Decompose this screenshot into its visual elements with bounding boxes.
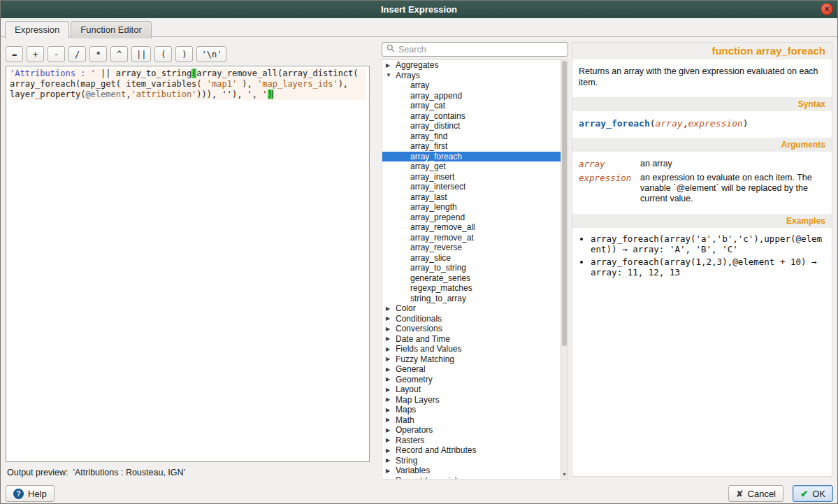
operator-button-divide[interactable]: / [68, 46, 86, 62]
scroll-down-arrow-icon[interactable]: ▼ [561, 470, 568, 479]
syntax-argument: array [656, 118, 683, 129]
tree-item-array-find[interactable]: array_find [382, 131, 561, 142]
tree-group-rasters[interactable]: ▶Rasters [382, 435, 561, 446]
tree-group-date-and-time[interactable]: ▶Date and Time [382, 334, 561, 345]
arguments-header: Arguments [572, 138, 832, 152]
tree-item-array-length[interactable]: array_length [382, 202, 561, 213]
tree-group-label: Variables [396, 466, 430, 475]
tree-group-label: Rasters [396, 435, 424, 445]
argument-description: an array [640, 159, 825, 169]
operator-button-equal[interactable]: = [6, 46, 23, 62]
tree-item-array-reverse[interactable]: array_reverse [382, 243, 561, 253]
argument-description: an expression to evaluate on each item. … [640, 173, 825, 204]
operator-button-concat[interactable]: || [131, 46, 151, 62]
function-tree: ▶Aggregates▼Arraysarrayarray_appendarray… [382, 59, 561, 480]
expression-token: ))), [196, 89, 222, 99]
tree-item-array-contains[interactable]: array_contains [382, 111, 561, 122]
tree-group-map-layers[interactable]: ▶Map Layers [382, 395, 561, 405]
operator-button-plus[interactable]: + [27, 46, 44, 62]
chevron-right-icon: ▶ [386, 336, 396, 342]
tree-scrollbar[interactable]: ▼ [561, 59, 568, 480]
tab-function-editor[interactable]: Function Editor [71, 21, 151, 38]
operator-toolbar: =+-/*^||()'\n' [6, 46, 226, 62]
tree-item-array-distinct[interactable]: array_distinct [382, 121, 561, 131]
tree-group-arrays[interactable]: ▼Arrays [382, 71, 561, 81]
tree-item-array-last[interactable]: array_last [382, 192, 561, 203]
syntax-function-name: array_foreach [579, 118, 650, 129]
chevron-right-icon: ▶ [386, 326, 396, 332]
output-preview: Output preview:'Attributions : Rousteau,… [7, 468, 185, 477]
operator-button-minus[interactable]: - [48, 46, 65, 62]
examples-list: array_foreach(array('a','b','c'),upper(@… [591, 233, 826, 278]
tree-item-regexp-matches[interactable]: regexp_matches [382, 283, 561, 294]
tree-item-array-prepend[interactable]: array_prepend [382, 213, 561, 223]
expression-token: array_foreach(map_get( item_variables( [10, 79, 207, 89]
scrollbar-thumb[interactable] [562, 61, 567, 346]
tree-item-array-intersect[interactable]: array_intersect [382, 182, 561, 192]
chevron-right-icon: ▶ [386, 62, 396, 69]
close-button[interactable]: × [821, 3, 833, 15]
tree-group-color[interactable]: ▶Color [382, 303, 561, 314]
examples-header: Examples [572, 214, 832, 228]
tree-group-aggregates[interactable]: ▶Aggregates [382, 60, 561, 71]
chevron-right-icon: ▶ [386, 376, 396, 382]
tree-item-array-remove-all[interactable]: array_remove_all [382, 222, 561, 233]
tree-group-label: Fields and Values [396, 344, 462, 354]
operator-button-newline[interactable]: '\n' [196, 46, 226, 62]
tree-group-variables[interactable]: ▶Variables [382, 466, 561, 476]
argument-name: expression [579, 173, 640, 204]
tree-item-array-append[interactable]: array_append [382, 91, 561, 101]
tree-group-recent-generic[interactable]: ▼Recent (generic) [382, 476, 561, 480]
tree-item-array[interactable]: array [382, 80, 561, 91]
expression-editor[interactable]: 'Attributions : ' || array_to_string(arr… [6, 66, 370, 462]
tree-group-label: Math [396, 415, 414, 425]
syntax-argument: expression [688, 118, 743, 129]
tree-item-array-first[interactable]: array_first [382, 141, 561, 152]
tree-group-record-and-attributes[interactable]: ▶Record and Attributes [382, 445, 561, 456]
expression-token: 'attribution' [131, 89, 196, 99]
tree-group-fields-and-values[interactable]: ▶Fields and Values [382, 344, 561, 354]
chevron-right-icon: ▶ [386, 387, 396, 393]
ok-button[interactable]: ✔ OK [793, 485, 833, 502]
operator-button-multiply[interactable]: * [89, 46, 107, 62]
tree-group-fuzzy-matching[interactable]: ▶Fuzzy Matching [382, 354, 561, 365]
expression-token: ), [232, 89, 247, 99]
chevron-down-icon: ▼ [386, 72, 396, 78]
search-icon [387, 44, 395, 55]
cancel-button[interactable]: ✘ Cancel [728, 485, 783, 502]
tree-group-geometry[interactable]: ▶Geometry [382, 375, 561, 385]
tree-group-label: Maps [396, 405, 416, 415]
search-input[interactable] [398, 45, 563, 55]
checkmark-icon: ✔ [800, 489, 808, 499]
help-button[interactable]: ? Help [6, 485, 55, 502]
output-preview-value: 'Attributions : Rousteau, IGN' [73, 468, 185, 477]
tree-item-array-slice[interactable]: array_slice [382, 253, 561, 264]
tree-item-array-foreach[interactable]: array_foreach [382, 152, 561, 162]
cancel-x-icon: ✘ [736, 489, 744, 499]
expression-token: layer_property( [10, 89, 85, 99]
operator-button-power[interactable]: ^ [110, 46, 128, 62]
tree-group-general[interactable]: ▶General [382, 364, 561, 375]
tree-item-generate-series[interactable]: generate_series [382, 273, 561, 284]
tree-group-conditionals[interactable]: ▶Conditionals [382, 314, 561, 324]
tree-item-array-remove-at[interactable]: array_remove_at [382, 233, 561, 243]
tree-group-layout[interactable]: ▶Layout [382, 384, 561, 395]
output-preview-label: Output preview: [7, 468, 68, 477]
tree-group-math[interactable]: ▶Math [382, 415, 561, 426]
tree-item-array-cat[interactable]: array_cat [382, 101, 561, 111]
expression-line: layer_property(@element,'attribution')))… [10, 89, 366, 100]
tree-group-operators[interactable]: ▶Operators [382, 425, 561, 435]
tree-group-maps[interactable]: ▶Maps [382, 405, 561, 415]
arguments-table: arrayan arrayexpressionan expression to … [572, 152, 832, 214]
expression-line: 'Attributions : ' || array_to_string(arr… [10, 69, 366, 79]
tab-expression[interactable]: Expression [5, 21, 69, 39]
tree-item-string-to-array[interactable]: string_to_array [382, 294, 561, 304]
tree-item-array-to-string[interactable]: array_to_string [382, 263, 561, 273]
tree-item-array-insert[interactable]: array_insert [382, 172, 561, 182]
operator-button-close-paren[interactable]: ) [175, 46, 193, 62]
chevron-right-icon: ▶ [386, 427, 396, 433]
operator-button-open-paren[interactable]: ( [154, 46, 172, 62]
tree-item-array-get[interactable]: array_get [382, 161, 561, 172]
tree-group-conversions[interactable]: ▶Conversions [382, 324, 561, 334]
tree-group-string[interactable]: ▶String [382, 456, 561, 466]
